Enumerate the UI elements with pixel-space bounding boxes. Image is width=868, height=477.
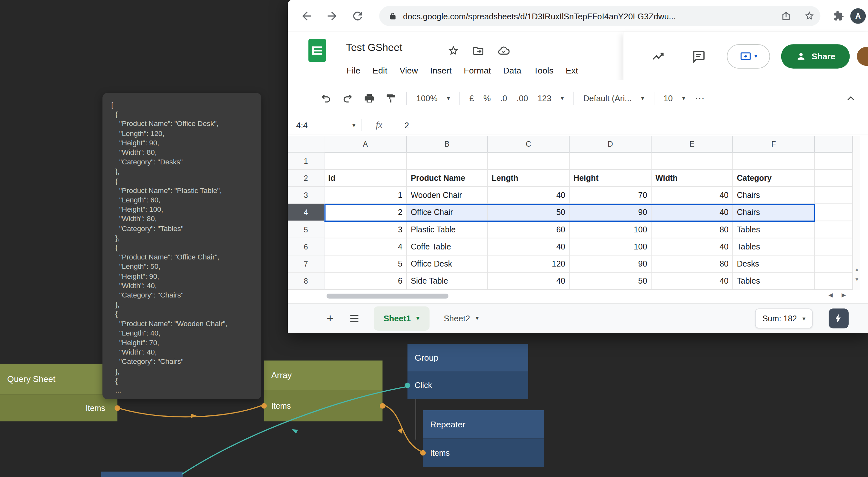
cell-x2[interactable]	[815, 170, 852, 187]
font-size-select[interactable]: 10	[663, 94, 673, 103]
formula-input[interactable]: 2	[404, 120, 409, 130]
vertical-scrollbar[interactable]: ▲▼	[852, 136, 860, 290]
node-query-sheet[interactable]: Query Sheet Items	[0, 364, 118, 421]
menu-tools[interactable]: Tools	[527, 63, 560, 79]
cell-A6[interactable]: 4	[324, 238, 407, 255]
cell-A3[interactable]: 1	[324, 187, 407, 204]
node-group-port-row[interactable]: Click	[407, 372, 528, 399]
cell-B8[interactable]: Side Table	[407, 273, 488, 290]
cell-C8[interactable]: 40	[488, 273, 569, 290]
cell-A2[interactable]: Id	[324, 170, 407, 187]
share-button[interactable]: Share	[781, 44, 850, 68]
cell-D3[interactable]: 70	[569, 187, 651, 204]
cell-A7[interactable]: 5	[324, 255, 407, 273]
cell-D8[interactable]: 50	[569, 273, 651, 290]
tab-sheet2[interactable]: Sheet2 ▾	[444, 314, 478, 323]
row-header-7[interactable]: 7	[288, 255, 324, 273]
scroll-down-icon[interactable]: ▼	[855, 276, 859, 282]
cell-C5[interactable]: 60	[488, 221, 569, 238]
cell-B2[interactable]: Product Name	[407, 170, 488, 187]
paint-format-icon[interactable]	[384, 92, 397, 104]
explore-button[interactable]	[829, 308, 849, 329]
increase-decimal-button[interactable]: .00	[517, 94, 528, 103]
menu-edit[interactable]: Edit	[367, 63, 394, 79]
activity-trend-icon[interactable]	[651, 49, 665, 64]
cell-B3[interactable]: Wooden Chair	[407, 187, 488, 204]
address-bar[interactable]: docs.google.com/spreadsheets/d/1D3IRuxIl…	[379, 6, 820, 26]
row-header-3[interactable]: 3	[288, 187, 324, 204]
event-port-icon[interactable]	[405, 382, 410, 388]
cell-x5[interactable]	[815, 221, 852, 238]
column-header-f[interactable]: F	[733, 136, 815, 152]
decrease-decimal-button[interactable]: .0	[500, 94, 507, 103]
cell-E7[interactable]: 80	[651, 255, 733, 273]
cell-A4[interactable]: 2	[324, 204, 407, 221]
cell-D7[interactable]: 90	[569, 255, 651, 273]
menu-insert[interactable]: Insert	[424, 63, 458, 79]
input-port-icon[interactable]	[420, 450, 426, 455]
sum-status-dropdown[interactable]: Sum: 182 ▾	[755, 308, 813, 329]
more-toolbar-button[interactable]: ⋯	[695, 92, 705, 104]
scroll-up-icon[interactable]: ▲	[855, 267, 859, 272]
node-array-port-row[interactable]: Items	[264, 390, 382, 421]
row-header-4[interactable]: 4	[288, 204, 324, 221]
cell-E6[interactable]: 40	[651, 238, 733, 255]
cell-x1[interactable]	[815, 152, 852, 170]
menu-file[interactable]: File	[340, 63, 367, 79]
row-header-8[interactable]: 8	[288, 273, 324, 290]
menu-data[interactable]: Data	[497, 63, 527, 79]
node-group[interactable]: Group Click	[407, 344, 528, 399]
cell-E3[interactable]: 40	[651, 187, 733, 204]
cell-F3[interactable]: Chairs	[733, 187, 815, 204]
cell-F5[interactable]: Tables	[733, 221, 815, 238]
cell-C6[interactable]: 40	[488, 238, 569, 255]
format-percent-button[interactable]: %	[484, 94, 491, 103]
redo-icon[interactable]	[342, 92, 354, 104]
cell-D5[interactable]: 100	[569, 221, 651, 238]
cloud-saved-icon[interactable]	[497, 44, 510, 57]
menu-ext[interactable]: Ext	[560, 63, 584, 79]
cell-B4[interactable]: Office Chair	[407, 204, 488, 221]
back-icon[interactable]	[300, 9, 313, 22]
cell-C4[interactable]: 50	[488, 204, 569, 221]
cell-C2[interactable]: Length	[488, 170, 569, 187]
cell-F1[interactable]	[733, 152, 815, 170]
cell-F8[interactable]: Tables	[733, 273, 815, 290]
node-array[interactable]: Array Items	[264, 361, 382, 421]
cell-D2[interactable]: Height	[569, 170, 651, 187]
cell-C7[interactable]: 120	[488, 255, 569, 273]
column-header-d[interactable]: D	[569, 136, 651, 152]
cell-F6[interactable]: Tables	[733, 238, 815, 255]
row-header-1[interactable]: 1	[288, 152, 324, 170]
move-folder-icon[interactable]	[472, 45, 484, 57]
cell-A8[interactable]: 6	[324, 273, 407, 290]
cell-F7[interactable]: Desks	[733, 255, 815, 273]
cell-E4[interactable]: 40	[651, 204, 733, 221]
cell-E2[interactable]: Width	[651, 170, 733, 187]
cell-B6[interactable]: Coffe Table	[407, 238, 488, 255]
cell-D4[interactable]: 90	[569, 204, 651, 221]
tab-sheet1[interactable]: Sheet1 ▾	[374, 306, 430, 330]
name-box[interactable]: 4:4 ▾	[288, 120, 361, 130]
zoom-select[interactable]: 100%	[416, 94, 438, 103]
sheets-file-icon[interactable]	[307, 38, 327, 63]
format-currency-button[interactable]: £	[469, 94, 474, 103]
all-sheets-menu-icon[interactable]	[348, 312, 361, 324]
present-to-meet-button[interactable]: ▾	[727, 44, 770, 68]
scroll-right-icon[interactable]: ▶	[841, 292, 846, 298]
input-port-icon[interactable]	[261, 403, 267, 408]
undo-icon[interactable]	[320, 92, 332, 104]
account-avatar[interactable]	[856, 46, 868, 67]
output-port-icon[interactable]	[380, 403, 385, 408]
cell-x7[interactable]	[815, 255, 852, 273]
cell-F4[interactable]: Chairs	[733, 204, 815, 221]
share-page-icon[interactable]	[780, 11, 792, 22]
cell-C3[interactable]: 40	[488, 187, 569, 204]
url-text[interactable]: docs.google.com/spreadsheets/d/1D3IRuxIl…	[403, 11, 676, 21]
extensions-puzzle-icon[interactable]	[832, 9, 845, 22]
bookmark-star-icon[interactable]	[804, 11, 815, 22]
cell-F2[interactable]: Category	[733, 170, 815, 187]
row-header-6[interactable]: 6	[288, 238, 324, 255]
cell-B7[interactable]: Office Desk	[407, 255, 488, 273]
cell-x4[interactable]	[815, 204, 852, 221]
